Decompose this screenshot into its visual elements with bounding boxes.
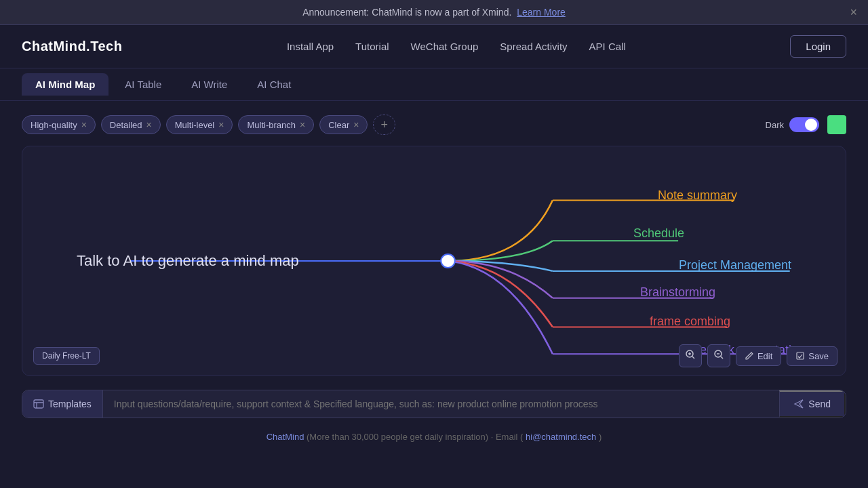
chip-high-quality[interactable]: High-quality × [22, 115, 96, 134]
chip-multi-level[interactable]: Multi-level × [166, 115, 233, 134]
close-button[interactable]: × [850, 5, 857, 20]
svg-rect-16 [34, 400, 43, 408]
chip-label: Clear [328, 120, 349, 130]
chip-detailed[interactable]: Detailed × [101, 115, 161, 134]
svg-rect-15 [797, 352, 804, 359]
chip-remove-icon[interactable]: × [146, 119, 152, 130]
daily-badge: Daily Free-LT [33, 347, 100, 365]
dark-mode-toggle[interactable] [789, 117, 819, 132]
nav-item-wechat-group[interactable]: WeChat Group [411, 41, 479, 52]
nav-item-install-app[interactable]: Install App [287, 41, 334, 52]
svg-point-7 [441, 254, 455, 268]
footer-text: (More than 30,000 people get daily inspi… [307, 432, 523, 442]
chip-clear[interactable]: Clear × [319, 115, 368, 134]
chip-remove-icon[interactable]: × [300, 119, 305, 130]
chip-label: High-quality [31, 120, 77, 130]
edit-label: Edit [757, 351, 772, 361]
branch-note-summary: Note summary [658, 188, 737, 203]
branch-schedule: Schedule [633, 226, 684, 241]
save-button[interactable]: Save [787, 346, 837, 366]
tab-ai-chat[interactable]: AI Chat [243, 73, 304, 96]
dark-toggle-label: Dark [766, 120, 784, 130]
templates-button[interactable]: Templates [22, 390, 103, 418]
svg-line-11 [692, 357, 694, 359]
nav: Install App Tutorial WeChat Group Spread… [287, 41, 626, 52]
zoom-in-button[interactable] [679, 344, 702, 367]
announcement-link[interactable]: Learn More [517, 7, 566, 18]
footer-link[interactable]: ChatMind [267, 432, 304, 442]
tab-ai-mind-map[interactable]: AI Mind Map [22, 73, 108, 96]
footer: ChatMind (More than 30,000 people get da… [22, 432, 846, 442]
svg-line-14 [721, 357, 723, 359]
chip-multi-branch[interactable]: Multi-branch × [238, 115, 314, 134]
chat-input[interactable] [103, 390, 779, 418]
nav-item-spread-activity[interactable]: Spread Activity [500, 41, 567, 52]
templates-icon [33, 399, 44, 409]
login-button[interactable]: Login [790, 35, 846, 58]
footer-suffix: ) [599, 432, 601, 442]
header: ChatMind.Tech Install App Tutorial WeCha… [0, 25, 868, 68]
chip-remove-icon[interactable]: × [81, 119, 87, 130]
announcement-bar: Announcement: ChatMind is now a part of … [0, 0, 868, 25]
chip-remove-icon[interactable]: × [353, 119, 359, 130]
tab-ai-write[interactable]: AI Write [178, 73, 241, 96]
logo: ChatMind.Tech [22, 39, 122, 54]
nav-item-tutorial[interactable]: Tutorial [355, 41, 389, 52]
chip-label: Multi-branch [247, 120, 296, 130]
dark-toggle: Dark [766, 115, 846, 134]
chip-label: Detailed [110, 120, 142, 130]
mindmap-central-label: Talk to AI to generate a mind map [77, 252, 299, 270]
send-label: Send [808, 399, 831, 409]
chip-remove-icon[interactable]: × [218, 119, 224, 130]
add-chip-button[interactable]: + [373, 115, 395, 135]
announcement-text: Announcement: ChatMind is now a part of … [302, 7, 511, 18]
chips-row: High-quality × Detailed × Multi-level × … [22, 115, 846, 135]
branch-brainstorming: Brainstorming [640, 285, 715, 300]
branch-frame-combing: frame combing [650, 314, 730, 329]
toggle-thumb [805, 119, 817, 131]
send-icon [793, 399, 804, 409]
footer-email[interactable]: hi@chatmind.tech [526, 432, 596, 442]
main-content: High-quality × Detailed × Multi-level × … [0, 101, 868, 455]
canvas-toolbar: Edit Save [679, 344, 837, 367]
nav-item-api-call[interactable]: API Call [589, 41, 626, 52]
color-picker[interactable] [827, 115, 846, 134]
templates-label: Templates [48, 399, 92, 409]
send-button[interactable]: Send [779, 390, 846, 418]
tab-ai-table[interactable]: AI Table [111, 73, 175, 96]
save-label: Save [808, 351, 829, 361]
chip-label: Multi-level [175, 120, 215, 130]
branch-project-management: Project Management [679, 258, 791, 272]
mindmap-canvas: Talk to AI to generate a mind map Note s… [22, 146, 846, 376]
input-row: Templates Send [22, 390, 846, 418]
zoom-out-button[interactable] [707, 344, 730, 367]
edit-button[interactable]: Edit [736, 346, 781, 366]
tabs-row: AI Mind Map AI Table AI Write AI Chat [0, 68, 868, 101]
